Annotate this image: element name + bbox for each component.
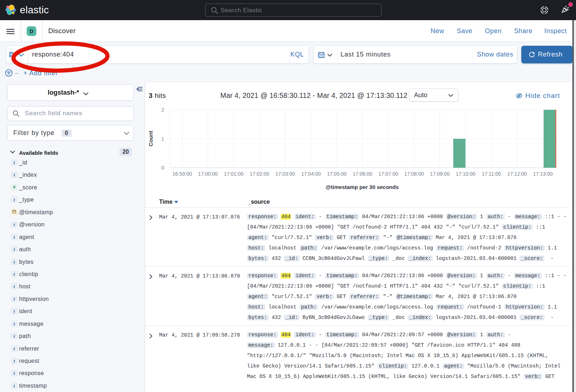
svg-text:17:01:00: 17:01:00 xyxy=(224,171,244,177)
svg-text:17:12:00: 17:12:00 xyxy=(507,171,527,177)
svg-text:16:59:00: 16:59:00 xyxy=(172,171,192,177)
svg-text:17:10:00: 17:10:00 xyxy=(456,171,476,177)
svg-text:17:06:00: 17:06:00 xyxy=(353,171,373,177)
svg-text:Count: Count xyxy=(148,131,154,146)
svg-text:17:08:00: 17:08:00 xyxy=(404,171,424,177)
svg-text:17:04:00: 17:04:00 xyxy=(301,171,321,177)
svg-text:@timestamp per 30 seconds: @timestamp per 30 seconds xyxy=(325,184,399,190)
svg-text:17:07:00: 17:07:00 xyxy=(378,171,398,177)
svg-text:17:03:00: 17:03:00 xyxy=(275,171,295,177)
svg-text:17:09:00: 17:09:00 xyxy=(430,171,450,177)
svg-text:1: 1 xyxy=(161,136,164,142)
svg-text:0: 0 xyxy=(161,165,164,171)
svg-text:2: 2 xyxy=(161,107,164,113)
svg-text:17:13:00: 17:13:00 xyxy=(533,171,553,177)
svg-text:17:11:00: 17:11:00 xyxy=(482,171,501,177)
svg-text:17:02:00: 17:02:00 xyxy=(249,171,269,177)
svg-text:17:00:00: 17:00:00 xyxy=(198,171,218,177)
svg-text:17:05:00: 17:05:00 xyxy=(327,171,347,177)
